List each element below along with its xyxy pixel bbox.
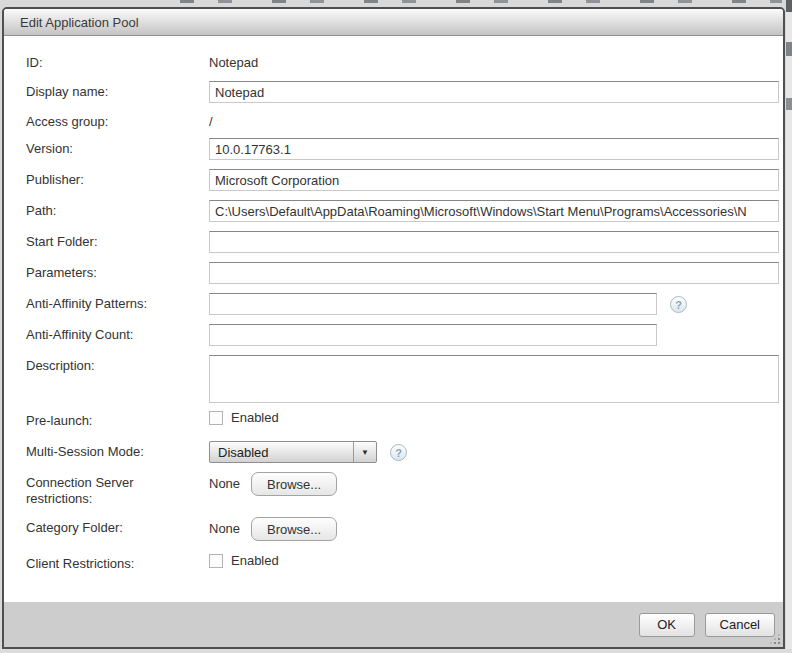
path-label: Path: bbox=[26, 200, 209, 219]
cancel-button[interactable]: Cancel bbox=[705, 613, 775, 637]
anti-affinity-count-label: Anti-Affinity Count: bbox=[26, 324, 209, 343]
background-page-edge bbox=[786, 0, 792, 653]
field-row-start-folder: Start Folder: bbox=[26, 231, 779, 253]
display-name-label: Display name: bbox=[26, 81, 209, 100]
dialog-footer: OK Cancel bbox=[4, 602, 783, 647]
connection-server-browse-button[interactable]: Browse... bbox=[251, 472, 337, 496]
anti-affinity-count-input[interactable] bbox=[209, 324, 657, 346]
pre-launch-label: Pre-launch: bbox=[26, 410, 209, 429]
ok-button[interactable]: OK bbox=[639, 613, 695, 637]
resize-grip[interactable] bbox=[771, 635, 781, 645]
field-row-publisher: Publisher: bbox=[26, 169, 779, 191]
category-folder-label: Category Folder: bbox=[26, 517, 209, 536]
multi-session-mode-dropdown[interactable]: Disabled ▼ bbox=[209, 441, 377, 463]
field-row-multi-session-mode: Multi-Session Mode: Disabled ▼ ? bbox=[26, 441, 779, 463]
description-label: Description: bbox=[26, 355, 209, 374]
pre-launch-checkbox[interactable] bbox=[209, 411, 223, 425]
edit-application-pool-dialog: Edit Application Pool ID: Notepad Displa… bbox=[2, 7, 785, 649]
field-row-parameters: Parameters: bbox=[26, 262, 779, 284]
path-input[interactable] bbox=[209, 200, 779, 222]
client-restrictions-checkbox[interactable] bbox=[209, 554, 223, 568]
start-folder-input[interactable] bbox=[209, 231, 779, 253]
start-folder-label: Start Folder: bbox=[26, 231, 209, 250]
publisher-input[interactable] bbox=[209, 169, 779, 191]
pre-launch-checkbox-label: Enabled bbox=[231, 410, 279, 426]
help-icon[interactable]: ? bbox=[390, 444, 407, 461]
category-folder-browse-button[interactable]: Browse... bbox=[251, 517, 337, 541]
field-row-anti-affinity-count: Anti-Affinity Count: bbox=[26, 324, 779, 346]
connection-server-restrictions-label: Connection Server restrictions: bbox=[26, 472, 209, 507]
field-row-version: Version: bbox=[26, 138, 779, 160]
anti-affinity-patterns-label: Anti-Affinity Patterns: bbox=[26, 293, 209, 312]
field-row-anti-affinity-patterns: Anti-Affinity Patterns: ? bbox=[26, 293, 779, 315]
id-label: ID: bbox=[26, 55, 209, 71]
description-textarea[interactable] bbox=[209, 355, 779, 403]
parameters-label: Parameters: bbox=[26, 262, 209, 281]
background-page-bottom bbox=[0, 649, 792, 653]
field-row-pre-launch: Pre-launch: Enabled bbox=[26, 410, 779, 429]
category-folder-value: None bbox=[209, 517, 251, 541]
anti-affinity-patterns-input[interactable] bbox=[209, 293, 657, 315]
background-edge-segment bbox=[786, 98, 792, 110]
chevron-down-icon[interactable]: ▼ bbox=[353, 442, 376, 462]
field-row-display-name: Display name: bbox=[26, 81, 779, 103]
client-restrictions-checkbox-label: Enabled bbox=[231, 553, 279, 569]
background-edge-segment bbox=[786, 42, 792, 56]
multi-session-mode-label: Multi-Session Mode: bbox=[26, 441, 209, 460]
field-row-description: Description: bbox=[26, 355, 779, 403]
access-group-value: / bbox=[209, 114, 213, 130]
field-row-path: Path: bbox=[26, 200, 779, 222]
publisher-label: Publisher: bbox=[26, 169, 209, 188]
display-name-input[interactable] bbox=[209, 81, 779, 103]
background-clipped-text bbox=[180, 0, 782, 3]
dialog-title: Edit Application Pool bbox=[20, 15, 139, 30]
id-value: Notepad bbox=[209, 55, 258, 71]
field-row-client-restrictions: Client Restrictions: Enabled bbox=[26, 553, 779, 572]
field-row-connection-server-restrictions: Connection Server restrictions: None Bro… bbox=[26, 472, 779, 507]
background-edge-segment bbox=[786, 0, 792, 12]
multi-session-mode-selected: Disabled bbox=[210, 445, 353, 460]
dialog-titlebar: Edit Application Pool bbox=[4, 9, 783, 36]
connection-server-restrictions-value: None bbox=[209, 472, 251, 496]
version-input[interactable] bbox=[209, 138, 779, 160]
help-icon[interactable]: ? bbox=[670, 296, 687, 313]
access-group-label: Access group: bbox=[26, 114, 209, 130]
field-row-id: ID: Notepad bbox=[26, 55, 779, 71]
field-row-access-group: Access group: / bbox=[26, 114, 779, 130]
parameters-input[interactable] bbox=[209, 262, 779, 284]
field-row-category-folder: Category Folder: None Browse... bbox=[26, 517, 779, 541]
client-restrictions-label: Client Restrictions: bbox=[26, 553, 209, 572]
version-label: Version: bbox=[26, 138, 209, 157]
dialog-form: ID: Notepad Display name: Access group: … bbox=[4, 36, 783, 572]
